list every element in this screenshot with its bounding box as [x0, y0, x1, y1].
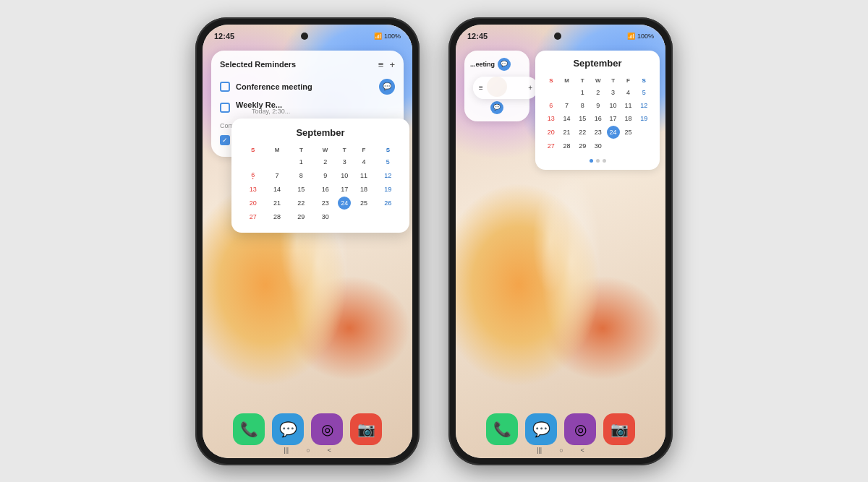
nav-home-2[interactable]: ○ — [559, 447, 563, 454]
cal-hdr-th: T — [338, 145, 351, 155]
cal2-hdr-th: T — [607, 76, 620, 85]
cal-d-22[interactable]: 22 — [290, 197, 312, 210]
cal-d-empty1 — [242, 156, 264, 168]
cal-d-8[interactable]: 8 — [290, 169, 312, 182]
reminder-check-1[interactable] — [220, 82, 230, 92]
calendar-widget-2: September S M T W T F S 1 — [535, 51, 660, 170]
nav-back-1[interactable]: < — [328, 447, 331, 454]
reminder-text-1: Conference meeting — [236, 82, 373, 91]
dock-phone-2[interactable]: 📞 — [486, 413, 518, 445]
nav-recent-1[interactable]: ||| — [284, 447, 289, 454]
cal-empty5 — [377, 211, 399, 223]
cal-d-13[interactable]: 13 — [242, 184, 264, 195]
completed-check-1[interactable]: ✓ — [220, 135, 230, 145]
cal-d-28[interactable]: 28 — [265, 211, 288, 223]
cal-d-24[interactable]: 24 — [338, 197, 351, 210]
cal-d-27[interactable]: 27 — [242, 211, 264, 223]
dock-phone-1[interactable]: 📞 — [233, 413, 265, 445]
cal-d-empty2 — [265, 156, 288, 168]
cal-d-17[interactable]: 17 — [338, 184, 351, 195]
dock-camera-1[interactable]: 📷 — [350, 413, 382, 445]
chat-badge-2[interactable]: 💬 — [498, 58, 511, 71]
status-icons-2: 📶 100% — [627, 33, 654, 40]
phone1-screen: 12:45 📶 100% Selected Reminders ≡ + — [203, 25, 412, 458]
calendar-month-1: September — [240, 127, 401, 138]
nav-bar-1: ||| ○ < — [203, 445, 412, 455]
cal2-hdr-sa: S — [637, 76, 651, 85]
cal-d-15[interactable]: 15 — [290, 184, 312, 195]
cal-d-29[interactable]: 29 — [290, 211, 312, 223]
status-bar-1: 12:45 📶 100% — [203, 25, 412, 45]
cal-d-30[interactable]: 30 — [314, 211, 336, 223]
chat-badge-1[interactable]: 💬 — [379, 79, 395, 95]
camera-notch-2 — [554, 33, 561, 40]
reminder-item-1: Conference meeting 💬 — [220, 76, 395, 98]
dock-camera-2[interactable]: 📷 — [603, 413, 635, 445]
calendar-grid-1: S M T W T F S 1 2 3 4 — [240, 144, 401, 224]
cal2-hdr-f: F — [621, 76, 636, 85]
nav-bar-2: ||| ○ < — [456, 445, 665, 455]
battery-2: 100% — [637, 33, 654, 40]
dock-bixby-2[interactable]: ◎ — [564, 413, 596, 445]
nav-home-1[interactable]: ○ — [306, 447, 310, 454]
cal-d-23[interactable]: 23 — [314, 197, 336, 210]
cal-d-12[interactable]: 12 — [377, 169, 399, 182]
nav-back-2[interactable]: < — [581, 447, 584, 454]
cal2-hdr-t: T — [575, 76, 590, 85]
cal-d-19[interactable]: 19 — [377, 184, 399, 195]
calendar-month-2: September — [542, 58, 652, 69]
cal-d-10[interactable]: 10 — [338, 169, 351, 182]
list-icon-1[interactable]: ≡ — [378, 59, 384, 70]
dock-1: 📞 💬 ◎ 📷 — [233, 413, 382, 445]
cal-d-6[interactable]: 6 — [242, 169, 264, 182]
cal-d-20[interactable]: 20 — [242, 197, 264, 210]
cal-hdr-m: M — [265, 145, 288, 155]
dock-chat-1[interactable]: 💬 — [272, 413, 304, 445]
dock-bixby-1[interactable]: ◎ — [311, 413, 343, 445]
cal2-today[interactable]: 24 — [607, 126, 620, 139]
widget-header-1: Selected Reminders ≡ + — [220, 59, 395, 70]
cal2-hdr-w: W — [591, 76, 605, 85]
phone2: 12:45 📶 100% ≡ + ...eeting 💬 — [448, 17, 673, 465]
dock-chat-2[interactable]: 💬 — [525, 413, 557, 445]
camera-notch-1 — [301, 33, 308, 40]
add-icon-2[interactable]: + — [528, 84, 532, 92]
dot-3[interactable] — [603, 159, 606, 163]
cal-d-16[interactable]: 16 — [314, 184, 336, 195]
cal-hdr-f: F — [352, 145, 375, 155]
reminder-row-2a: ...eeting 💬 — [470, 58, 524, 71]
cal-d-14[interactable]: 14 — [265, 184, 288, 195]
wifi-icon-1: 📶 — [374, 33, 382, 40]
dot-2[interactable] — [596, 159, 600, 163]
cal-d-2[interactable]: 2 — [314, 156, 336, 168]
cal-d-9[interactable]: 9 — [314, 169, 336, 182]
reminder-check-2[interactable] — [220, 103, 230, 113]
cal-d-3[interactable]: 3 — [338, 156, 351, 168]
cal-d-1[interactable]: 1 — [290, 156, 312, 168]
cal-d-11[interactable]: 11 — [352, 169, 375, 182]
phone1-body: 12:45 📶 100% Selected Reminders ≡ + — [195, 17, 420, 465]
status-time-2: 12:45 — [467, 32, 488, 40]
cal-d-25[interactable]: 25 — [352, 197, 375, 210]
add-icon-1[interactable]: + — [389, 59, 395, 70]
cal-d-18[interactable]: 18 — [352, 184, 375, 195]
cal-hdr-sa: S — [377, 145, 399, 155]
list-icon-2[interactable]: ≡ — [479, 84, 483, 92]
left-widget-header-2: ≡ + — [473, 77, 538, 99]
reminder-item-2: Weekly Re... Today, 2:30... — [220, 98, 395, 118]
cal-empty4 — [352, 211, 375, 223]
status-bar-2: 12:45 📶 100% — [456, 25, 665, 45]
widget-title-1: Selected Reminders — [220, 60, 296, 69]
dot-1[interactable] — [590, 159, 593, 163]
status-time-1: 12:45 — [214, 32, 234, 40]
cal-d-5[interactable]: 5 — [377, 156, 399, 168]
cal-d-26[interactable]: 26 — [377, 197, 399, 210]
cal-d-7[interactable]: 7 — [265, 169, 288, 182]
cal2-hdr-su: S — [544, 76, 558, 85]
cal-d-21[interactable]: 21 — [265, 197, 288, 210]
chat-badge-3[interactable]: 💬 — [490, 101, 503, 114]
cal-hdr-w: W — [314, 145, 336, 155]
cal-empty3 — [338, 211, 351, 223]
nav-recent-2[interactable]: ||| — [537, 447, 542, 454]
cal-d-4[interactable]: 4 — [352, 156, 375, 168]
